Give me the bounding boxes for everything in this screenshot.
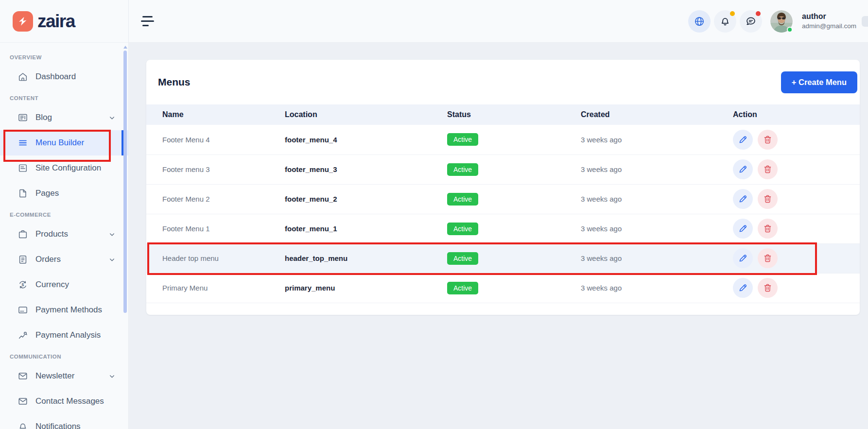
sidebar-item-currency[interactable]: $ Currency — [0, 272, 128, 297]
user-name: author — [802, 12, 856, 22]
bell-icon — [17, 421, 28, 429]
sidebar-item-label: Payment Methods — [35, 305, 102, 315]
sidebar-item-label: Pages — [35, 189, 59, 198]
column-header-action: Action — [733, 104, 860, 125]
menu-location: footer_menu_1 — [285, 214, 447, 243]
status-badge: Active — [447, 223, 478, 235]
chevron-down-icon — [108, 231, 116, 238]
status-badge: Active — [447, 282, 478, 294]
delete-button[interactable] — [758, 248, 778, 268]
menu-name: Footer Menu 4 — [146, 125, 285, 154]
status-badge: Active — [447, 163, 478, 176]
column-header-status: Status — [447, 104, 581, 125]
menu-created: 3 weeks ago — [581, 243, 733, 273]
edit-button[interactable] — [733, 248, 753, 268]
menu-created: 3 weeks ago — [581, 154, 733, 184]
brand-name: zaira — [37, 12, 75, 30]
menu-name: Header top menu — [146, 243, 285, 273]
column-header-location: Location — [285, 104, 447, 125]
svg-text:$: $ — [22, 282, 24, 287]
sidebar-scrollbar[interactable] — [123, 46, 127, 318]
menu-location: footer_menu_3 — [285, 154, 447, 184]
zigzag-arrow-icon — [13, 11, 33, 32]
sidebar-item-menu-builder[interactable]: Menu Builder — [0, 130, 128, 155]
app-window: zaira OVERVIEW Dashboard CONTENT Blog — [0, 0, 868, 429]
delete-button[interactable] — [758, 159, 778, 179]
create-menu-button[interactable]: + Create Menu — [781, 71, 857, 93]
menus-card: Menus + Create Menu Name Location Status… — [146, 60, 860, 315]
sidebar-section-communication: COMMUNICATION — [0, 354, 128, 360]
sidebar-item-orders[interactable]: Orders — [0, 247, 128, 272]
sidebar-item-products[interactable]: Products — [0, 222, 128, 247]
menu-location: header_top_menu — [285, 243, 447, 273]
sidebar-item-payment-methods[interactable]: Payment Methods — [0, 297, 128, 323]
topbar: author admin@gmail.com — [129, 0, 868, 43]
edit-button[interactable] — [733, 278, 753, 298]
delete-button[interactable] — [758, 278, 778, 298]
menu-name: Footer Menu 1 — [146, 214, 285, 243]
menu-created: 3 weeks ago — [581, 184, 733, 214]
chat-bubble-icon[interactable] — [740, 10, 762, 33]
sidebar-section-ecommerce: E-COMMERCE — [0, 212, 128, 219]
hamburger-icon[interactable] — [141, 16, 154, 26]
sidebar-item-notifications[interactable]: Notifications — [0, 414, 128, 429]
sidebar-item-label: Site Configuration — [35, 163, 101, 173]
menu-name: Footer Menu 2 — [146, 184, 285, 214]
sidebar-item-pages[interactable]: Pages — [0, 181, 128, 206]
menu-created: 3 weeks ago — [581, 125, 733, 154]
menu-location: primary_menu — [285, 273, 447, 303]
avatar[interactable] — [770, 10, 793, 33]
sidebar-item-label: Menu Builder — [35, 138, 84, 148]
table-row: Footer Menu 2 footer_menu_2 Active 3 wee… — [146, 184, 860, 214]
delete-button[interactable] — [758, 219, 778, 239]
menus-table: Name Location Status Created Action Foot… — [146, 104, 860, 303]
sidebar-item-dashboard[interactable]: Dashboard — [0, 64, 128, 89]
page-content: Menus + Create Menu Name Location Status… — [129, 43, 868, 429]
main-area: author admin@gmail.com Menus + Create Me… — [129, 0, 868, 429]
status-badge: Active — [447, 252, 478, 265]
sidebar-nav: OVERVIEW Dashboard CONTENT Blog Men — [0, 43, 128, 429]
chevron-down-icon — [108, 114, 116, 121]
scrollbar-up-arrow[interactable] — [123, 46, 127, 49]
delete-button[interactable] — [758, 130, 778, 150]
bell-icon[interactable] — [714, 10, 736, 33]
envelope-icon — [17, 371, 28, 381]
sidebar-item-label: Currency — [35, 280, 69, 290]
online-status-dot — [787, 27, 793, 33]
sidebar-item-contact-messages[interactable]: Contact Messages — [0, 389, 128, 414]
sidebar-item-blog[interactable]: Blog — [0, 105, 128, 130]
edit-button[interactable] — [733, 130, 753, 150]
delete-button[interactable] — [758, 189, 778, 209]
sidebar-item-site-configuration[interactable]: Site Configuration — [0, 155, 128, 181]
menu-name: Footer menu 3 — [146, 154, 285, 184]
envelope-icon — [17, 396, 28, 407]
brand-logo[interactable]: zaira — [0, 0, 128, 43]
newspaper-icon — [17, 112, 28, 123]
menu-lines-icon — [17, 137, 28, 148]
panel-lines-icon — [17, 163, 28, 173]
globe-icon[interactable] — [688, 10, 711, 33]
sidebar-item-label: Contact Messages — [35, 396, 104, 406]
sidebar-section-content: CONTENT — [0, 95, 128, 102]
edit-button[interactable] — [733, 189, 753, 209]
credit-card-icon — [17, 305, 28, 315]
sidebar-item-newsletter[interactable]: Newsletter — [0, 363, 128, 389]
table-row: Primary Menu primary_menu Active 3 weeks… — [146, 273, 860, 303]
sidebar-item-label: Products — [35, 229, 68, 239]
menu-name: Primary Menu — [146, 273, 285, 303]
sidebar: zaira OVERVIEW Dashboard CONTENT Blog — [0, 0, 129, 429]
sidebar-item-label: Dashboard — [35, 72, 76, 82]
status-badge: Active — [447, 193, 478, 206]
card-header: Menus + Create Menu — [146, 60, 860, 104]
briefcase-icon — [17, 229, 28, 240]
user-meta[interactable]: author admin@gmail.com — [802, 12, 856, 30]
sidebar-item-label: Orders — [35, 255, 61, 264]
edit-button[interactable] — [733, 159, 753, 179]
edit-button[interactable] — [733, 219, 753, 239]
sidebar-item-payment-analysis[interactable]: Payment Analysis — [0, 323, 128, 348]
menu-created: 3 weeks ago — [581, 273, 733, 303]
table-row-header-top-menu: Header top menu header_top_menu Active 3… — [146, 243, 860, 273]
scrollbar-thumb[interactable] — [123, 51, 127, 313]
notification-dot — [730, 11, 735, 16]
status-badge: Active — [447, 133, 478, 146]
